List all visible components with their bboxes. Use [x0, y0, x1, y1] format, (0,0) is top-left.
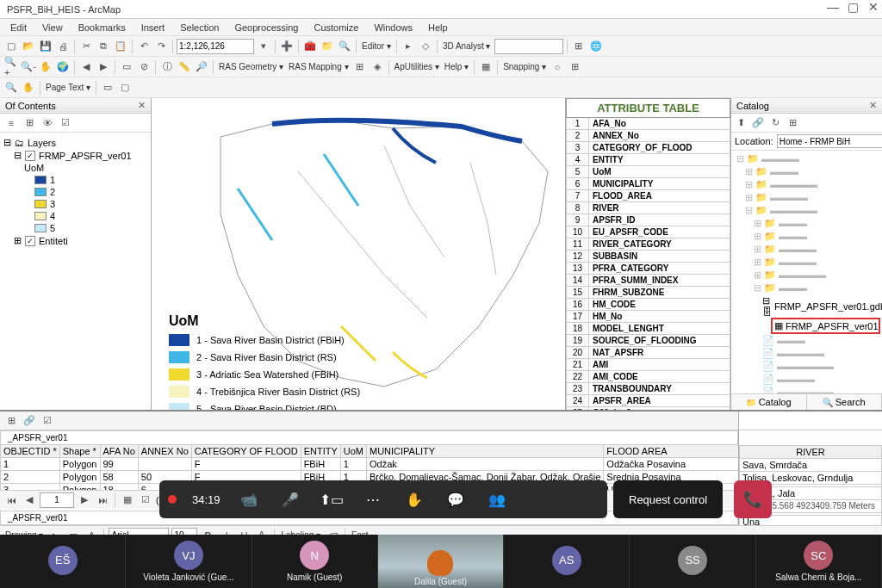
toc-entiteti[interactable]: Entiteti — [39, 236, 68, 246]
map-view[interactable]: UoM 1 - Sava River Basin District (FBiH)… — [152, 98, 565, 410]
prev-extent-icon[interactable]: ◀ — [78, 59, 94, 75]
catalog-toggle-icon[interactable]: ⊞ — [785, 115, 800, 131]
table-row[interactable]: 1Polygon99FFBiH1OdžakOdžačka Posavina — [1, 458, 739, 471]
zoom-in-icon[interactable]: 🔍+ — [3, 59, 19, 75]
catalog-icon[interactable]: 📁 — [320, 39, 335, 54]
search-icon[interactable]: 🔍 — [337, 39, 352, 54]
layout-icon[interactable]: ▦ — [478, 59, 494, 75]
search-tab[interactable]: 🔍 Search — [807, 394, 883, 410]
toc-sublayer[interactable]: UoM — [24, 163, 44, 173]
clear-selection-icon[interactable]: ⊘ — [136, 59, 152, 75]
mic-icon[interactable]: 🎤 — [277, 486, 303, 512]
scale-input[interactable] — [177, 39, 254, 54]
menu-help[interactable]: Help — [421, 21, 455, 34]
next-record-icon[interactable]: ▶ — [77, 492, 92, 508]
attribute-row[interactable]: 16HM_CODE — [566, 299, 730, 311]
3d-analyst-dropdown[interactable]: 3D Analyst ▾ — [441, 41, 493, 51]
menu-bookmarks[interactable]: Bookmarks — [71, 21, 133, 34]
attribute-row[interactable]: 21AMI — [566, 359, 730, 371]
toc-layer-name[interactable]: FRMP_APSFR_ver01 — [39, 151, 132, 161]
toc-list-by-source-icon[interactable]: ⊞ — [22, 115, 37, 131]
measure-icon[interactable]: 📏 — [177, 59, 192, 75]
attribute-row[interactable]: 7FLOOD_AREA — [566, 190, 730, 202]
catalog-gdb[interactable]: FRMP_APSFR_ver01.gdb — [774, 301, 882, 312]
redo-icon[interactable]: ↷ — [153, 39, 169, 54]
table-row[interactable]: Sava, Smrdača — [740, 459, 882, 472]
participant[interactable]: NNamik (Guest) — [252, 535, 378, 588]
maximize-button[interactable]: ▢ — [848, 2, 858, 12]
save-icon[interactable]: 💾 — [38, 39, 53, 54]
menu-view[interactable]: View — [35, 21, 70, 34]
cut-icon[interactable]: ✂ — [78, 39, 94, 54]
table-options-icon[interactable]: ⊞ — [3, 413, 19, 429]
data-frame-icon[interactable]: ▭ — [100, 80, 115, 96]
editor-dropdown[interactable]: Editor ▾ — [360, 41, 393, 51]
next-extent-icon[interactable]: ▶ — [96, 59, 111, 75]
pointer-icon[interactable]: ▸ — [401, 39, 416, 54]
attribute-row[interactable]: 4ENTITY — [566, 154, 730, 166]
select-features-icon[interactable]: ▭ — [119, 59, 134, 75]
neatline-icon[interactable]: ▢ — [117, 80, 133, 96]
toolbox-icon[interactable]: 🧰 — [302, 39, 318, 54]
request-control-button[interactable]: Request control — [613, 480, 723, 518]
catalog-tab[interactable]: 📁 Catalog — [731, 394, 807, 410]
layout-zoom-icon[interactable]: 🔍 — [3, 80, 19, 96]
prev-record-icon[interactable]: ◀ — [22, 492, 37, 508]
help-dropdown[interactable]: Help ▾ — [443, 62, 470, 71]
show-selected-icon[interactable]: ☑ — [138, 492, 153, 508]
ap-utilities-dropdown[interactable]: ApUtilities ▾ — [393, 62, 441, 71]
participant[interactable]: SCSalwa Cherni & Boja... — [756, 535, 882, 588]
toc-close-icon[interactable]: ✕ — [138, 100, 146, 111]
scale-dropdown-icon[interactable]: ▾ — [256, 39, 271, 54]
toc-list-by-drawing-icon[interactable]: ≡ — [3, 115, 19, 131]
menu-insert[interactable]: Insert — [134, 21, 172, 34]
toc-list-by-selection-icon[interactable]: ☑ — [58, 115, 73, 131]
table-tab-label[interactable]: _APSFR_ver01 — [0, 430, 738, 444]
more-icon[interactable]: ⋯ — [360, 486, 386, 512]
ras-geometry-dropdown[interactable]: RAS Geometry ▾ — [217, 62, 285, 71]
identify-icon[interactable]: ⓘ — [159, 59, 175, 75]
layout-pan-icon[interactable]: ✋ — [21, 80, 36, 96]
catalog-refresh-icon[interactable]: ↻ — [767, 115, 783, 131]
attribute-row[interactable]: 9APSFR_ID — [566, 214, 730, 226]
catalog-close-icon[interactable]: ✕ — [869, 100, 877, 111]
attribute-row[interactable]: 18MODEL_LENGHT — [566, 323, 730, 335]
attribute-row[interactable]: 10EU_APSFR_CODE — [566, 226, 730, 238]
attribute-row[interactable]: 20NAT_APSFR — [566, 347, 730, 359]
attribute-row[interactable]: 1AFA_No — [566, 118, 730, 130]
full-extent-icon[interactable]: 🌍 — [55, 59, 71, 75]
share-icon[interactable]: ⬆▭ — [319, 486, 345, 512]
pan-icon[interactable]: ✋ — [38, 59, 53, 75]
catalog-up-icon[interactable]: ⬆ — [733, 115, 748, 131]
participant[interactable]: VJVioleta Janković (Gue... — [126, 535, 252, 588]
close-button[interactable]: ✕ — [868, 2, 879, 12]
hangup-button[interactable]: 📞 — [734, 480, 772, 518]
menu-edit[interactable]: Edit — [3, 21, 34, 34]
entiteti-checkbox[interactable]: ✓ — [25, 236, 35, 246]
catalog-tree[interactable]: ⊟ 📁 ▬▬▬▬ ⊞ 📁 ▬▬▬ ⊞ 📁 ▬▬▬▬▬ ⊞ 📁 ▬▬▬▬ ⊟ 📁 … — [731, 151, 882, 393]
3d-layer-select[interactable] — [494, 39, 563, 54]
ras-mapping-dropdown[interactable]: RAS Mapping ▾ — [287, 62, 350, 71]
catalog-selected-layer[interactable]: FRMP_APSFR_ver01 — [786, 321, 879, 331]
layer-checkbox[interactable]: ✓ — [25, 151, 35, 161]
undo-icon[interactable]: ↶ — [136, 39, 152, 54]
camera-icon[interactable]: 📹 — [236, 486, 262, 512]
participant[interactable]: Dalila (Guest) — [378, 535, 504, 588]
paste-icon[interactable]: 📋 — [113, 39, 128, 54]
globe-icon[interactable]: 🌐 — [588, 39, 604, 54]
attribute-row[interactable]: 5UoM — [566, 166, 730, 178]
snapping-dropdown[interactable]: Snapping ▾ — [501, 62, 548, 71]
attribute-row[interactable]: 19SOURCE_OF_FLOODING — [566, 335, 730, 347]
attribute-row[interactable]: 14PFRA_SUMM_INDEX — [566, 275, 730, 287]
print-icon[interactable]: 🖨 — [55, 39, 71, 54]
participant[interactable]: SS — [630, 535, 755, 588]
chat-icon[interactable]: 💬 — [443, 486, 469, 512]
page-text-dropdown[interactable]: Page Text ▾ — [44, 83, 92, 92]
people-icon[interactable]: 👥 — [484, 486, 510, 512]
attribute-row[interactable]: 13PFRA_CATEGORY — [566, 263, 730, 275]
participant[interactable]: EŠ — [0, 535, 126, 588]
copy-icon[interactable]: ⧉ — [96, 39, 111, 54]
find-icon[interactable]: 🔎 — [194, 59, 209, 75]
ras-tool2-icon[interactable]: ◈ — [370, 59, 385, 75]
raise-hand-icon[interactable]: ✋ — [401, 486, 427, 512]
